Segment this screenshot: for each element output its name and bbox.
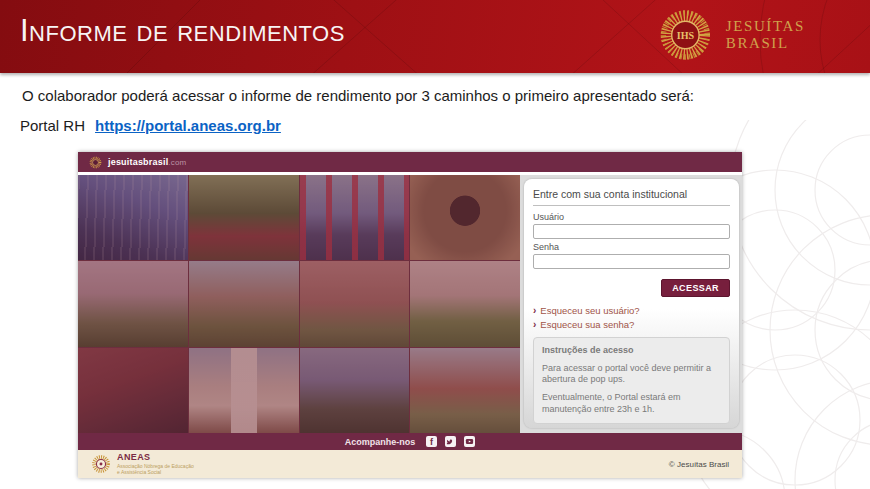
aneas-tagline: Associação Nóbrega de Educação e Assistê… xyxy=(117,463,194,476)
portal-path-label: Portal RH xyxy=(20,117,85,134)
forgot-username-link[interactable]: Esqueceu seu usuário? xyxy=(533,305,730,316)
portal-main: Entre com sua conta institucional Usuári… xyxy=(78,172,742,433)
campus-photo xyxy=(189,348,299,433)
chevron-right-icon xyxy=(533,306,536,316)
portal-sunburst-icon xyxy=(89,156,102,169)
portal-path-line: Portal RHhttps://portal.aneas.org.br xyxy=(20,117,281,134)
svg-text:IHS: IHS xyxy=(677,30,695,41)
portal-url-link[interactable]: https://portal.aneas.org.br xyxy=(95,117,281,134)
svg-text:f: f xyxy=(430,437,434,446)
campus-photo xyxy=(189,261,299,346)
campus-photo xyxy=(189,175,299,260)
aneas-sunburst-icon xyxy=(91,453,111,475)
brand-name: Jesuítas Brasil xyxy=(726,18,870,52)
portal-footer: ANEAS Associação Nóbrega de Educação e A… xyxy=(78,450,742,478)
portal-logo-suffix: .com xyxy=(168,158,186,167)
facebook-icon[interactable]: f xyxy=(426,436,437,447)
password-label: Senha xyxy=(533,242,730,252)
login-card: Entre com sua conta institucional Usuári… xyxy=(524,179,739,428)
brand: IHS Jesuítas Brasil xyxy=(658,5,870,65)
campus-photo xyxy=(300,261,410,346)
submit-row: ACESSAR xyxy=(533,277,730,297)
campus-photo xyxy=(300,348,410,433)
campus-photo xyxy=(300,175,410,260)
login-button[interactable]: ACESSAR xyxy=(661,279,730,297)
instructions-title: Instruções de acesso xyxy=(542,345,721,357)
campus-photo xyxy=(410,175,520,260)
campus-photo-mosaic xyxy=(78,175,520,433)
access-instructions-box: Instruções de acesso Para acessar o port… xyxy=(533,337,730,424)
portal-topbar: jesuitasbrasil.com xyxy=(78,152,742,172)
ihs-sunburst-icon: IHS xyxy=(658,5,713,65)
campus-photo xyxy=(78,175,188,260)
instructions-line: Para acessar o portal você deve permitir… xyxy=(542,363,721,386)
forgot-links: Esqueceu seu usuário? Esqueceu sua senha… xyxy=(533,305,730,330)
youtube-icon[interactable] xyxy=(464,436,475,447)
intro-text: O colaborador poderá acessar o informe d… xyxy=(22,87,694,104)
login-heading: Entre com sua conta institucional xyxy=(533,188,730,206)
twitter-icon[interactable] xyxy=(445,436,456,447)
aneas-org: ANEAS Associação Nóbrega de Educação e A… xyxy=(117,453,194,475)
copyright: © Jesuítas Brasil xyxy=(669,460,729,469)
aneas-name: ANEAS xyxy=(117,453,194,463)
slide-header: Informe de rendimentos IHS Jesuítas Bras… xyxy=(0,0,870,73)
chevron-right-icon xyxy=(533,320,536,330)
forgot-password-link[interactable]: Esqueceu sua senha? xyxy=(533,319,730,330)
page-title: Informe de rendimentos xyxy=(20,13,345,49)
username-field[interactable] xyxy=(533,224,730,239)
username-label: Usuário xyxy=(533,212,730,222)
follow-us-label: Acompanhe-nos xyxy=(345,437,416,447)
campus-photo xyxy=(78,261,188,346)
portal-logo-text: jesuitasbrasil.com xyxy=(108,157,186,167)
login-sidebar: Entre com sua conta institucional Usuári… xyxy=(520,175,742,433)
campus-photo xyxy=(410,348,520,433)
slide: Informe de rendimentos IHS Jesuítas Bras… xyxy=(0,0,870,489)
portal-screenshot: jesuitasbrasil.com Entre com sua conta i xyxy=(78,152,742,478)
campus-photo xyxy=(78,348,188,433)
campus-photo xyxy=(410,261,520,346)
social-bar: Acompanhe-nos f xyxy=(78,433,742,450)
instructions-line: Eventualmente, o Portal estará em manute… xyxy=(542,392,721,415)
password-field[interactable] xyxy=(533,254,730,269)
